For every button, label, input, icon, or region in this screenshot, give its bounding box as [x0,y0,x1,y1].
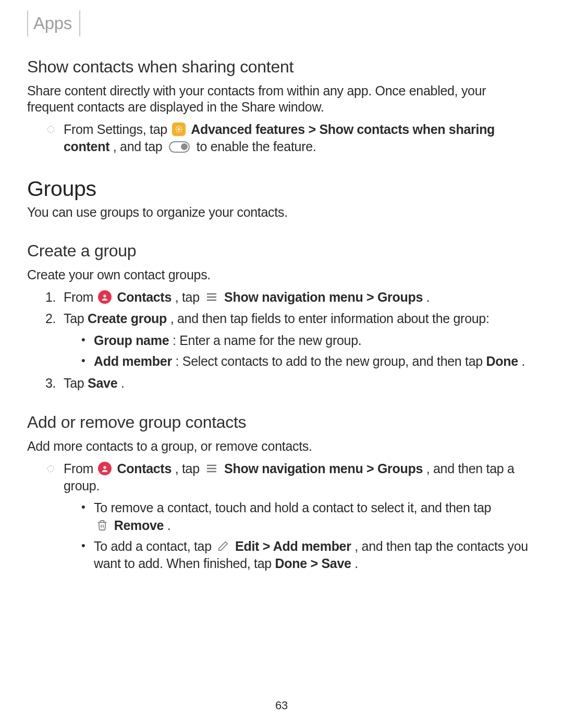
svg-point-0 [178,128,180,130]
remove-label: Remove [114,518,164,533]
step-text: : Enter a name for the new group. [173,333,362,348]
period: . [121,376,125,390]
pencil-icon [217,540,229,552]
intro-para: Create your own contact groups. [27,267,532,283]
list-item: 3. Tap Save . [43,375,532,392]
section-groups: Groups You can use groups to organize yo… [27,177,532,220]
step-text: Tap [64,311,88,326]
section-tab: Apps [27,10,80,36]
section-add-remove: Add or remove group contacts Add more co… [27,413,532,573]
step-text: From [64,461,97,476]
section-create-group: Create a group Create your own contact g… [27,241,532,392]
step-number: 3. [43,375,58,392]
step-text: to enable the feature. [197,139,316,154]
hamburger-menu-icon [205,291,218,303]
list-item: 2. Tap Create group , and then tap field… [43,310,532,370]
period: . [354,556,358,571]
done-label: Done [275,556,307,571]
list-item: Add member : Select contacts to add to t… [81,353,532,371]
heading-create-group: Create a group [27,241,532,261]
heading-add-remove: Add or remove group contacts [27,413,532,432]
step-text: , and tap [113,139,166,154]
contacts-label: Contacts [117,461,172,476]
step-text: To remove a contact, touch and hold a co… [94,500,491,515]
period: . [426,290,430,304]
add-member-label: Add member [273,539,351,553]
step-text: , tap [175,461,203,476]
contacts-label: Contacts [117,290,172,304]
list-item: Group name : Enter a name for the new gr… [81,332,532,350]
separator-gt: > [311,556,322,571]
step-text: Tap [64,376,88,390]
contacts-icon [98,462,112,475]
step-text: , tap [175,290,203,304]
intro-para: Add more contacts to a group, or remove … [27,438,532,454]
step-text: , and then tap fields to enter informati… [170,311,489,326]
separator-gt: > [366,290,377,304]
dashed-circle-bullet-icon [47,465,54,472]
section-show-contacts: Show contacts when sharing content Share… [27,57,532,156]
step-item: From Contacts , tap Show navigation menu… [43,460,532,573]
heading-groups: Groups [27,177,532,201]
list-item: To add a contact, tap Edit > Add member … [81,538,532,573]
contacts-icon [98,290,112,304]
hamburger-menu-icon [205,462,218,475]
period: . [167,518,171,533]
svg-point-5 [103,466,106,468]
save-label: Save [322,556,351,571]
create-group-label: Create group [88,311,167,326]
separator-gt: > [263,539,273,553]
heading-show-contacts: Show contacts when sharing content [27,57,532,77]
add-member-label: Add member [94,354,172,368]
separator-gt: > [366,461,377,476]
step-text: From [64,290,97,304]
groups-label: Groups [377,461,423,476]
intro-para: Share content directly with your contact… [27,83,532,116]
trash-icon [96,520,108,531]
list-item: To remove a contact, touch and hold a co… [81,499,532,535]
advanced-features-icon [172,122,186,136]
groups-label: Groups [377,290,423,304]
period: . [522,354,525,368]
step-text: To add a contact, tap [94,539,215,553]
step-number: 1. [43,289,58,306]
list-item: 1. From Contacts , tap Show navigation m… [43,289,532,306]
nav-menu-label: Show navigation menu [224,290,363,304]
step-item: From Settings, tap Advanced features > S… [43,121,532,156]
save-label: Save [88,376,117,390]
advanced-features-label: Advanced features [191,122,305,137]
toggle-icon [169,141,190,153]
edit-label: Edit [235,539,259,553]
intro-para: You can use groups to organize your cont… [27,204,532,220]
step-text: From Settings, tap [64,122,171,137]
dashed-circle-bullet-icon [47,126,54,133]
step-number: 2. [43,310,58,328]
group-name-label: Group name [94,333,169,348]
page-number: 63 [275,699,288,712]
step-text: : Select contacts to add to the new grou… [175,354,486,368]
svg-point-1 [103,294,106,297]
separator-gt: > [308,122,319,137]
done-label: Done [486,354,518,368]
nav-menu-label: Show navigation menu [224,461,363,476]
